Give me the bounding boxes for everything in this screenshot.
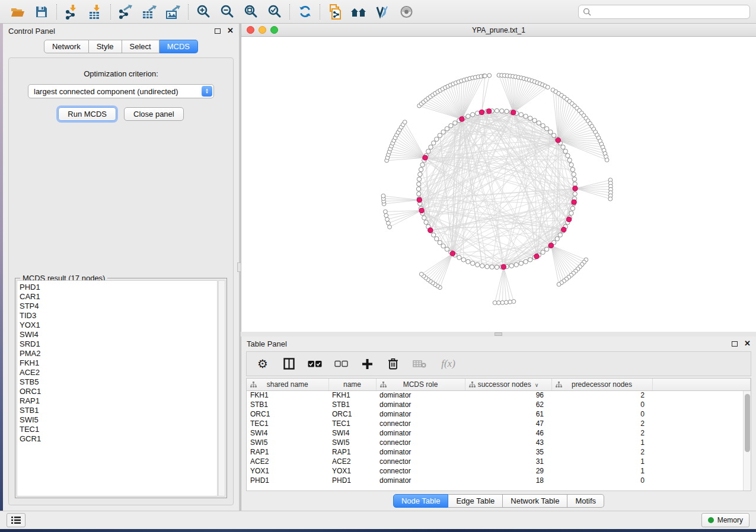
function-builder-button[interactable]: f(x) [438, 357, 458, 371]
zoom-fit-button[interactable] [239, 2, 263, 22]
table-cell[interactable]: FKH1 [328, 390, 376, 400]
table-cell[interactable]: 1 [551, 457, 652, 466]
table-header[interactable]: shared namenameMCDS rolesuccessor nodes∨… [247, 379, 751, 390]
table-cell[interactable]: 2 [551, 428, 652, 438]
tab-network[interactable]: Network [44, 40, 89, 53]
mcds-result-item[interactable]: TEC1 [20, 425, 217, 434]
table-row[interactable]: TEC1TEC1connector472 [247, 419, 751, 428]
network-graph[interactable] [241, 37, 756, 331]
mcds-result-item[interactable]: FKH1 [20, 358, 217, 368]
table-cell[interactable]: dominator [376, 400, 465, 409]
mcds-result-list[interactable]: PHD1CAR1STP4TID3YOX1SWI4SRD1PMA2FKH1ACE2… [17, 280, 218, 496]
table-cell[interactable]: ACE2 [328, 457, 376, 466]
memory-button[interactable]: Memory [701, 513, 749, 527]
close-table-panel-icon[interactable]: ✕ [744, 341, 751, 347]
table-cell[interactable]: 0 [551, 409, 652, 419]
tab-style[interactable]: Style [89, 40, 122, 53]
table-cell[interactable]: 61 [465, 409, 551, 419]
tab-node-table[interactable]: Node Table [393, 494, 449, 508]
table-cell[interactable]: YOX1 [247, 466, 328, 476]
table-cell[interactable]: 2 [551, 390, 652, 400]
table-cell[interactable]: 2 [551, 419, 652, 428]
mcds-result-item[interactable]: ORC1 [20, 387, 217, 396]
mcds-result-item[interactable]: YOX1 [20, 321, 217, 330]
table-row[interactable]: PHD1PHD1dominator180 [247, 476, 751, 485]
horizontal-splitter[interactable] [241, 332, 756, 336]
birds-eye-view-button[interactable] [394, 2, 418, 22]
open-file-button[interactable] [6, 2, 30, 22]
network-canvas[interactable] [241, 37, 756, 331]
show-columns-button[interactable] [282, 357, 296, 371]
table-cell[interactable]: 0 [551, 400, 652, 409]
table-settings-button[interactable]: ⚙ [256, 357, 270, 371]
unselect-all-button[interactable] [334, 357, 348, 371]
show-hide-panels-button[interactable] [347, 2, 371, 22]
zoom-in-button[interactable] [192, 2, 215, 22]
table-cell[interactable]: 1 [551, 438, 652, 447]
table-cell[interactable]: dominator [376, 428, 465, 438]
column-header[interactable]: name [328, 379, 376, 390]
table-cell[interactable]: dominator [376, 476, 465, 485]
table-cell[interactable]: dominator [376, 390, 465, 400]
mcds-result-item[interactable]: SWI4 [20, 330, 217, 339]
table-cell[interactable]: 18 [465, 476, 551, 485]
close-window-icon[interactable] [247, 26, 254, 34]
import-network-button[interactable] [60, 2, 84, 22]
tab-edge-table[interactable]: Edge Table [448, 494, 503, 508]
new-network-from-selection-button[interactable] [323, 2, 347, 22]
table-cell[interactable]: SWI5 [247, 438, 328, 447]
mcds-list-scrollbar[interactable] [218, 280, 225, 496]
mcds-result-item[interactable]: STP4 [20, 302, 217, 311]
table-cell[interactable]: RAP1 [247, 447, 328, 457]
column-header[interactable]: shared name [247, 379, 328, 390]
table-cell[interactable]: RAP1 [328, 447, 376, 457]
column-header[interactable]: predecessor nodes [551, 379, 652, 390]
close-panel-button[interactable]: Close panel [124, 107, 184, 121]
table-cell[interactable]: 43 [465, 438, 551, 447]
mcds-result-item[interactable]: STB5 [20, 377, 217, 387]
float-panel-icon[interactable] [215, 28, 221, 34]
tab-select[interactable]: Select [122, 40, 160, 53]
mcds-result-item[interactable]: CAR1 [20, 292, 217, 302]
delete-column-button[interactable] [386, 357, 400, 371]
table-cell[interactable]: dominator [376, 447, 465, 457]
node-table-grid[interactable]: shared namenameMCDS rolesuccessor nodes∨… [247, 379, 751, 485]
tab-mcds[interactable]: MCDS [160, 40, 198, 53]
mcds-result-item[interactable]: PMA2 [20, 349, 217, 358]
table-cell[interactable]: connector [376, 466, 465, 476]
mcds-result-item[interactable]: PHD1 [20, 283, 217, 292]
close-panel-icon[interactable]: ✕ [227, 28, 234, 34]
table-cell[interactable]: 1 [551, 466, 652, 476]
mcds-result-item[interactable]: SWI5 [20, 415, 217, 425]
table-cell[interactable]: 2 [551, 447, 652, 457]
table-row[interactable]: FKH1FKH1dominator962 [247, 390, 751, 400]
table-cell[interactable]: STB1 [247, 400, 328, 409]
table-cell[interactable]: 47 [465, 419, 551, 428]
table-row[interactable]: STB1STB1dominator620 [247, 400, 751, 409]
mcds-result-item[interactable]: TID3 [20, 311, 217, 321]
toggle-graphics-details-button[interactable] [371, 2, 394, 22]
mcds-result-item[interactable]: SRD1 [20, 339, 217, 349]
delete-table-button[interactable] [412, 357, 426, 371]
table-cell[interactable]: connector [376, 438, 465, 447]
table-cell[interactable]: 62 [465, 400, 551, 409]
table-cell[interactable]: 29 [465, 466, 551, 476]
zoom-out-button[interactable] [215, 2, 239, 22]
zoom-selected-button[interactable] [263, 2, 286, 22]
tab-motifs[interactable]: Motifs [567, 494, 604, 508]
table-cell[interactable]: 96 [465, 390, 551, 400]
export-image-button[interactable] [161, 2, 185, 22]
table-row[interactable]: SWI5SWI5connector431 [247, 438, 751, 447]
import-table-button[interactable] [84, 2, 107, 22]
table-cell[interactable]: YOX1 [328, 466, 376, 476]
mcds-result-item[interactable]: ACE2 [20, 368, 217, 377]
network-titlebar[interactable]: YPA_prune.txt_1 [241, 24, 756, 37]
minimize-window-icon[interactable] [259, 26, 266, 34]
table-cell[interactable]: dominator [376, 409, 465, 419]
mcds-result-item[interactable]: RAP1 [20, 396, 217, 406]
task-history-button[interactable] [7, 513, 25, 527]
table-scrollbar-thumb[interactable] [745, 394, 750, 452]
table-row[interactable]: RAP1RAP1dominator352 [247, 447, 751, 457]
table-cell[interactable]: TEC1 [247, 419, 328, 428]
table-row[interactable]: ACE2ACE2connector311 [247, 457, 751, 466]
